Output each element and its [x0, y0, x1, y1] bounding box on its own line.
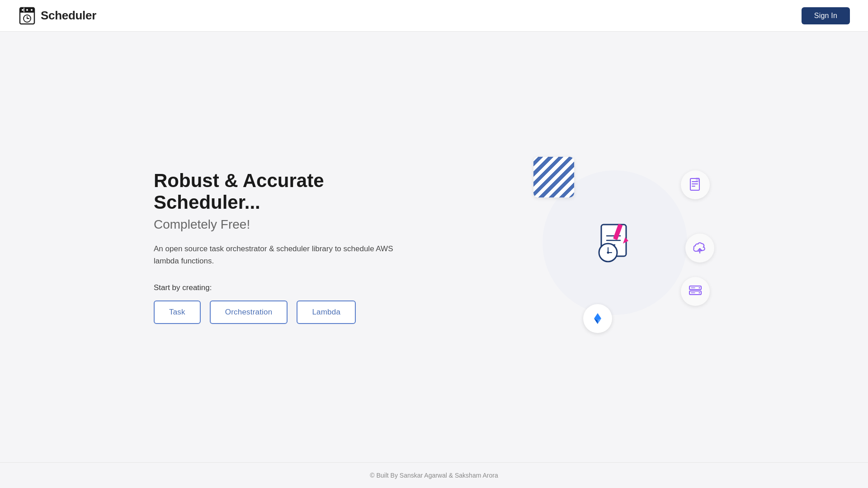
footer-text: © Built By Sanskar Agarwal & Saksham Aro… [370, 472, 498, 479]
cloud-upload-icon [691, 239, 708, 257]
stripes-pattern [533, 157, 574, 197]
sign-in-button[interactable]: Sign In [802, 7, 850, 24]
cta-buttons: Task Orchestration Lambda [154, 300, 407, 324]
logo-label: Scheduler [41, 9, 96, 23]
server-card [681, 277, 710, 306]
document-icon [688, 177, 703, 192]
hero-description: An open source task orchestrator & sched… [154, 243, 407, 267]
server-icon [688, 284, 703, 299]
lambda-button[interactable]: Lambda [297, 300, 356, 324]
main-content: Robust & Accurate Scheduler... Completel… [118, 32, 750, 462]
task-button[interactable]: Task [154, 300, 201, 324]
footer: © Built By Sanskar Agarwal & Saksham Aro… [0, 462, 868, 488]
orchestration-button[interactable]: Orchestration [210, 300, 288, 324]
hero-subtitle: Completely Free! [154, 217, 407, 232]
logo-icon [18, 7, 36, 25]
svg-point-6 [31, 9, 33, 11]
hero-illustration [524, 152, 714, 342]
svg-point-5 [26, 9, 28, 11]
center-scheduler-icon [588, 216, 642, 270]
jira-icon [590, 310, 606, 327]
svg-point-27 [699, 287, 700, 288]
logo-area: Scheduler [18, 7, 96, 25]
document-card [681, 170, 710, 199]
cloud-card [685, 234, 714, 263]
striped-card [533, 157, 574, 197]
svg-rect-24 [696, 178, 699, 182]
header: Scheduler Sign In [0, 0, 868, 32]
hero-title: Robust & Accurate Scheduler... [154, 170, 407, 214]
hero-left: Robust & Accurate Scheduler... Completel… [154, 170, 407, 324]
jira-card [583, 304, 612, 333]
svg-point-4 [22, 9, 24, 11]
svg-point-29 [699, 292, 700, 293]
start-label: Start by creating: [154, 283, 407, 292]
